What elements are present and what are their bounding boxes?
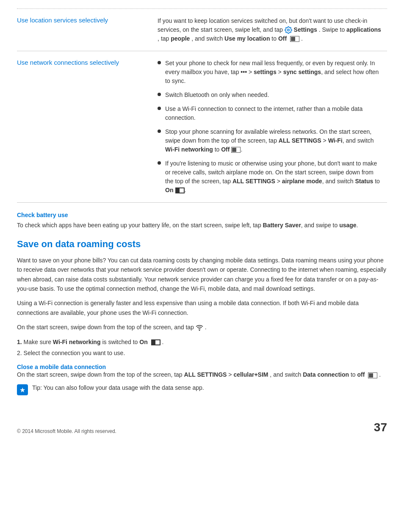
location-text5: to (271, 35, 278, 42)
all-settings-label: ALL SETTINGS (279, 137, 321, 144)
toggle-box-wifi-networking (151, 339, 160, 345)
network-bullet-list: Set your phone to check for new mail les… (158, 59, 382, 195)
all-settings-label2: ALL SETTINGS (232, 178, 275, 185)
bullet5-text: If you're listening to music or otherwis… (165, 159, 382, 195)
list-item: If you're listening to music or otherwis… (158, 159, 382, 195)
svg-point-0 (287, 29, 289, 31)
toggle-off-data (367, 372, 377, 378)
on-label: On (165, 187, 173, 193)
location-text2: . Swipe to (319, 26, 346, 33)
term-location: Use location services selectively (17, 9, 158, 51)
footer: © 2014 Microsoft Mobile. All rights rese… (17, 421, 387, 434)
toggle-off-location (289, 36, 299, 42)
close-mobile-text4: to (351, 371, 357, 378)
check-battery-text: To check which apps have been eating up … (17, 222, 263, 229)
check-battery-section: Check battery use To check which apps ha… (17, 210, 387, 230)
bullet3-text: Use a Wi-Fi connection to connect to the… (165, 105, 382, 122)
tip-box: Tip: You can also follow your data usage… (17, 384, 387, 395)
close-data-connection: Data connection (303, 371, 349, 378)
save-step1: 1. Make sure Wi-Fi networking is switche… (17, 337, 387, 347)
close-mobile-section: Close a mobile data connection On the st… (17, 364, 387, 378)
page-container: Use location services selectively If you… (17, 8, 387, 434)
close-cellular: cellular+SIM (233, 371, 268, 378)
close-period: . (379, 371, 381, 378)
check-battery-text3: . (357, 222, 358, 229)
location-text4: , and switch (191, 35, 224, 42)
bullet2-text: Switch Bluetooth on only when needed. (165, 91, 269, 99)
location-text3: , tap (158, 35, 171, 42)
settings-link: settings (254, 69, 277, 75)
bullet1-text: Set your phone to check for new mail les… (165, 59, 382, 85)
location-use-my-location: Use my location (224, 35, 270, 42)
sync-settings-link: sync settings (283, 69, 321, 75)
table-row-network: Use network connections selectively Set … (17, 51, 387, 203)
usage-label: usage (339, 222, 356, 229)
check-battery-title: Check battery use (17, 210, 387, 220)
desc-location: If you want to keep location services sw… (158, 9, 387, 51)
location-settings-label: Settings (294, 26, 317, 33)
save-para3-end: . (205, 324, 207, 331)
table-row: Use location services selectively If you… (17, 9, 387, 51)
save-para3-prefix: On the start screen, swipe down from the… (17, 324, 196, 331)
tip-star-icon (17, 384, 28, 395)
airplane-mode-label: airplane mode (282, 178, 322, 185)
close-mobile-title: Close a mobile data connection (17, 364, 387, 370)
step1-on: On (139, 339, 147, 345)
location-applications-label: applications (346, 26, 381, 33)
bullet-dot (158, 161, 161, 165)
check-battery-text2: , and swipe to (301, 222, 339, 229)
close-mobile-text3: , and switch (270, 371, 303, 378)
save-heading: Save on data roaming costs (17, 239, 387, 250)
settings-gear-icon (285, 26, 292, 34)
toggle-on-status (174, 187, 185, 193)
list-item: Set your phone to check for new mail les… (158, 59, 382, 85)
toggle-box-data (368, 372, 377, 378)
toggle-off-wifi (230, 147, 241, 153)
save-para1: Want to save on your phone bills? You ca… (17, 256, 387, 294)
bullet4-text: Stop your phone scanning for available w… (165, 127, 382, 154)
footer-copyright: © 2014 Microsoft Mobile. All rights rese… (17, 428, 116, 434)
bullet-dot (158, 93, 161, 96)
close-mobile-text2: > (228, 371, 233, 378)
list-item: Stop your phone scanning for available w… (158, 127, 382, 154)
dots-icon: ••• (241, 69, 247, 75)
save-para2: Using a Wi-Fi connection is generally fa… (17, 298, 387, 317)
step1-text2: is switched to (102, 339, 139, 345)
close-off: off (357, 371, 365, 378)
desc-network: Set your phone to check for new mail les… (158, 51, 387, 203)
toggle-box-wifi (231, 147, 241, 153)
step1-text: Make sure (24, 339, 53, 345)
step1-number: 1. (17, 339, 22, 345)
wifi-label: Wi-Fi (328, 137, 343, 144)
footer-page-number: 37 (374, 421, 387, 434)
features-table: Use location services selectively If you… (17, 9, 387, 203)
save-step2: 2. Select the connection you want to use… (17, 348, 387, 358)
toggle-on-wifi-networking (150, 339, 160, 345)
list-item: Use a Wi-Fi connection to connect to the… (158, 105, 382, 122)
wifi-tap-icon (196, 324, 203, 331)
bullet-dot (158, 61, 161, 64)
save-para3: On the start screen, swipe down from the… (17, 323, 387, 332)
close-mobile-text: On the start screen, swipe down from the… (17, 371, 184, 378)
location-off-label: Off (278, 35, 287, 42)
svg-point-1 (199, 330, 200, 331)
term-network: Use network connections selectively (17, 51, 158, 203)
bullet-dot (158, 107, 161, 110)
toggle-box-status (175, 187, 185, 193)
location-people-label: people (171, 35, 190, 42)
step1-end: . (162, 339, 164, 345)
tip-text: Tip: You can also follow your data usage… (32, 384, 204, 391)
step1-wifi-networking: Wi-Fi networking (53, 339, 101, 345)
off-label-wifi: Off (221, 146, 230, 153)
location-period: . (301, 35, 303, 42)
save-section: Save on data roaming costs Want to save … (17, 239, 387, 395)
bullet-dot (158, 130, 161, 133)
toggle-box-location (290, 36, 299, 42)
list-item: Switch Bluetooth on only when needed. (158, 91, 382, 99)
battery-saver-label: Battery Saver (263, 222, 301, 229)
wifi-networking-label: Wi-Fi networking (165, 146, 213, 153)
close-all-settings: ALL SETTINGS (184, 371, 227, 378)
status-label: Status (355, 178, 373, 185)
